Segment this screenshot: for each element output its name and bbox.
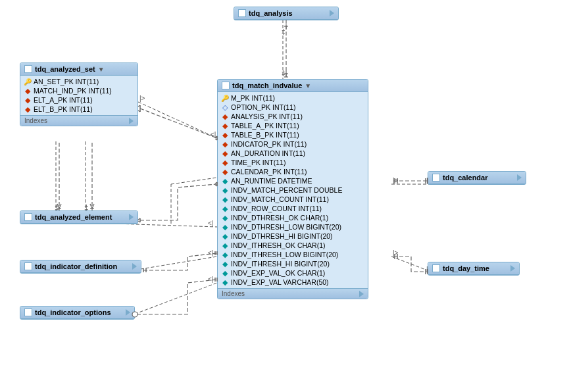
expand-icon[interactable]	[517, 174, 522, 181]
field-icon: ◆	[222, 224, 228, 230]
fk-icon: ◆	[222, 122, 228, 129]
table-name-label: tdq_indicator_definition	[35, 262, 117, 270]
table-header-tdq-indicator-definition[interactable]: tdq_indicator_definition	[20, 260, 141, 273]
svg-text:<|: <|	[208, 249, 213, 257]
svg-text:‡: ‡	[282, 28, 286, 36]
table-tdq-analyzed-set[interactable]: tdq_analyzed_set ▼ 🔑 AN_SET_PK INT(11) ◆…	[20, 62, 138, 126]
field-row: 🔑 AN_SET_PK INT(11)	[20, 77, 137, 86]
field-text: INDV_ITHRESH_LOW BIGINT(20)	[231, 251, 338, 258]
fk-icon: ◆	[222, 150, 228, 157]
field-text: ELT_A_PK INT(11)	[34, 96, 93, 104]
field-icon: ◆	[222, 270, 228, 276]
svg-text:<|: <|	[208, 276, 213, 283]
table-header-tdq-analyzed-element[interactable]: tdq_analyzed_element	[20, 211, 137, 224]
field-text: M_PK INT(11)	[231, 94, 275, 102]
fk-icon: ◆	[24, 97, 31, 103]
field-text: INDV_ITHRESH_HI BIGINT(20)	[231, 260, 330, 268]
fk-icon: ◆	[24, 106, 31, 112]
expand-icon[interactable]	[126, 309, 130, 316]
footer-label: Indexes	[222, 290, 245, 297]
table-icon	[432, 264, 440, 272]
svg-line-42	[59, 204, 61, 208]
svg-line-14	[171, 178, 217, 184]
table-footer[interactable]: Indexes	[20, 115, 137, 126]
field-text: INDV_ITHRESH_OK CHAR(1)	[231, 241, 326, 249]
footer-arrow[interactable]	[359, 291, 364, 297]
expand-icon[interactable]	[129, 214, 134, 220]
svg-text:‡: ‡	[282, 70, 286, 77]
field-icon: ◆	[222, 196, 228, 203]
field-row: ◆ ELT_A_PK INT(11)	[20, 95, 137, 105]
table-tdq-indicator-options[interactable]: tdq_indicator_options	[20, 306, 135, 320]
key-icon: 🔑	[24, 78, 31, 85]
svg-text:|>: |>	[393, 177, 399, 184]
table-icon	[24, 213, 32, 221]
table-header-tdq-analyzed-set[interactable]: tdq_analyzed_set ▼	[20, 63, 137, 76]
expand-icon[interactable]	[132, 263, 137, 270]
table-header-tdq-match-indvalue[interactable]: tdq_match_indvalue ▼	[218, 80, 368, 92]
field-row: ◆ MATCH_IND_PK INT(11)	[20, 86, 137, 95]
field-text: AN_RUNTIME DATETIME	[231, 177, 312, 185]
field-icon: ◆	[222, 242, 228, 249]
field-text: INDV_DTHRESH_LOW BIGINT(20)	[231, 223, 341, 231]
field-text: ELT_B_PK INT(11)	[34, 105, 93, 113]
expand-icon[interactable]	[330, 10, 334, 16]
table-icon	[24, 65, 32, 73]
field-text: INDV_MATCH_COUNT INT(11)	[231, 195, 329, 203]
table-icon	[24, 308, 32, 316]
field-icon: ◆	[222, 214, 228, 221]
table-footer[interactable]: Indexes	[218, 288, 368, 299]
table-fields: 🔑 AN_SET_PK INT(11) ◆ MATCH_IND_PK INT(1…	[20, 76, 137, 115]
dropdown-icon[interactable]: ▼	[305, 82, 311, 89]
field-text: OPTION_PK INT(11)	[231, 103, 296, 111]
fk-icon: ◆	[222, 141, 228, 147]
table-header-tdq-analysis[interactable]: tdq_analysis	[234, 7, 338, 20]
dropdown-icon[interactable]: ▼	[98, 66, 105, 73]
field-text: TABLE_B_PK INT(11)	[231, 131, 299, 139]
fk-icon: ◆	[222, 113, 228, 120]
field-icon: ◆	[222, 187, 228, 193]
footer-label: Indexes	[24, 117, 47, 124]
table-tdq-analyzed-element[interactable]: tdq_analyzed_element	[20, 210, 138, 224]
field-text: INDICATOR_PK INT(11)	[231, 140, 307, 148]
field-text: ANALYSIS_PK INT(11)	[231, 112, 303, 120]
svg-line-36	[138, 110, 140, 112]
table-fields: 🔑M_PK INT(11) ◇OPTION_PK INT(11) ◆ANALYS…	[218, 92, 368, 288]
table-name-label: tdq_analyzed_element	[35, 213, 112, 221]
footer-arrow[interactable]	[129, 118, 134, 124]
key-icon: 🔑	[222, 95, 228, 101]
field-text: TIME_PK INT(11)	[231, 159, 286, 166]
field-icon: ◆	[222, 205, 228, 212]
field-text: INDV_DTHRESH_OK CHAR(1)	[231, 214, 328, 222]
table-tdq-match-indvalue[interactable]: tdq_match_indvalue ▼ 🔑M_PK INT(11) ◇OPTI…	[217, 79, 368, 299]
field-text: INDV_ROW_COUNT INT(11)	[231, 205, 322, 212]
table-tdq-indicator-definition[interactable]: tdq_indicator_definition	[20, 260, 141, 274]
field-text: AN_SET_PK INT(11)	[34, 78, 99, 86]
table-name-label: tdq_indicator_options	[35, 308, 111, 316]
field-icon: ◆	[222, 279, 228, 285]
field-row: ◆ ELT_B_PK INT(11)	[20, 105, 137, 114]
fk-icon: ◆	[222, 168, 228, 175]
table-header-tdq-calendar[interactable]: tdq_calendar	[428, 172, 526, 184]
expand-icon[interactable]	[510, 265, 515, 272]
table-icon	[238, 9, 246, 17]
table-name-label: tdq_day_time	[443, 264, 489, 272]
table-tdq-calendar[interactable]: tdq_calendar	[428, 171, 526, 185]
table-name-label: tdq_analyzed_set	[35, 65, 95, 73]
field-text: INDV_MATCH_PERCENT DOUBLE	[231, 186, 342, 194]
table-tdq-analysis[interactable]: tdq_analysis	[234, 7, 339, 20]
field-text: TABLE_A_PK INT(11)	[231, 122, 299, 130]
svg-line-35	[138, 105, 140, 107]
table-header-tdq-indicator-options[interactable]: tdq_indicator_options	[20, 306, 134, 319]
svg-line-49	[138, 218, 140, 220]
table-icon	[222, 82, 230, 89]
fk-icon: ◆	[24, 87, 31, 94]
svg-line-50	[138, 221, 140, 222]
svg-line-46	[92, 204, 94, 208]
svg-line-33	[140, 109, 217, 138]
table-tdq-day-time[interactable]: tdq_day_time	[428, 262, 520, 276]
erd-diagram: ‡ ‡ |> <| ‡ ‡ |> <| |> ||- || <| |> ||- …	[0, 0, 571, 392]
table-header-tdq-day-time[interactable]: tdq_day_time	[428, 262, 519, 275]
table-name-label: tdq_analysis	[249, 9, 293, 17]
table-name-label: tdq_calendar	[443, 174, 487, 182]
